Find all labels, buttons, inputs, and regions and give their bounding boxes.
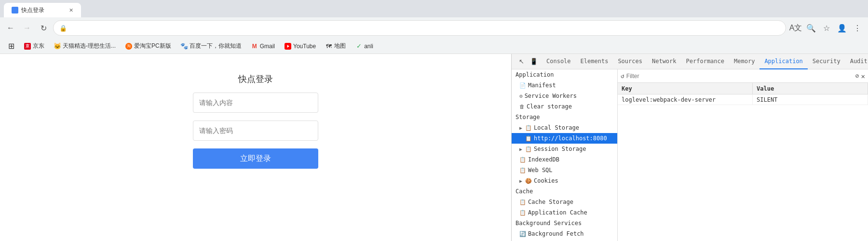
column-value: Value [753, 83, 868, 94]
address-bar: ← → ↻ 🔒 localhost:8080/login A文 🔍 ☆ 👤 ⋮ [0, 17, 868, 39]
translate-button[interactable]: A文 [789, 21, 802, 35]
data-cell-key: loglevel:webpack-dev-server [618, 94, 753, 105]
data-row[interactable]: loglevel:webpack-dev-server SILENT [618, 94, 868, 105]
tab-bar: 快点登录 ✕ [0, 0, 868, 17]
bookmark-button[interactable]: ☆ [820, 21, 833, 35]
session-storage-expand-icon: ▶ [519, 147, 522, 152]
tree-item-websql[interactable]: 📋 Web SQL [512, 165, 617, 175]
tree-item-clear-storage[interactable]: 🗑 Clear storage [512, 101, 617, 112]
tab-application[interactable]: Application [760, 54, 807, 69]
devtools-panel: ↖ 📱 Console Elements Sources Network [511, 54, 868, 241]
tree-item-service-workers[interactable]: ⚙ Service Workers [512, 91, 617, 101]
tree-item-cache-storage[interactable]: 📋 Cache Storage [512, 197, 617, 207]
tree-item-indexeddb[interactable]: 📋 IndexedDB [512, 154, 617, 165]
password-input[interactable] [193, 120, 318, 141]
translate-icon: A文 [789, 23, 802, 33]
content-area: 快点登录 立即登录 ↖ 📱 Console [0, 54, 868, 241]
section-background-services: Background Services [512, 218, 617, 228]
bookmark-baidu[interactable]: 🐾 百度一下，你就知道 [177, 41, 245, 51]
back-button[interactable]: ← [4, 21, 17, 35]
toolbar-icons: A文 🔍 ☆ 👤 ⋮ [789, 21, 864, 35]
bookmark-maps-label: 地图 [334, 42, 346, 50]
data-table: Key Value loglevel:webpack-dev-server SI… [618, 83, 868, 241]
websql-icon: 📋 [519, 167, 526, 174]
section-cache: Cache [512, 186, 617, 197]
tab-memory[interactable]: Memory [729, 54, 760, 69]
filter-close-icon[interactable]: ✕ [861, 72, 865, 80]
login-title: 快点登录 [238, 73, 273, 85]
tree-item-local-storage[interactable]: ▶ 📋 Local Storage [512, 122, 617, 133]
device-tool-button[interactable]: 📱 [528, 56, 540, 67]
tab-console[interactable]: Console [542, 54, 576, 69]
tab-close-icon[interactable]: ✕ [69, 7, 73, 13]
tree-item-localhost[interactable]: 📋 http://localhost:8080 [512, 133, 617, 144]
bookmark-taobao-label: 爱淘宝PC新版 [134, 42, 171, 50]
filter-bar: ↺ ⊘ ✕ [618, 69, 868, 83]
url-bar[interactable]: 🔒 localhost:8080/login [53, 20, 786, 36]
bookmark-youtube[interactable]: YouTube [281, 42, 320, 51]
browser-tab[interactable]: 快点登录 ✕ [4, 3, 81, 17]
indexeddb-icon: 📋 [519, 157, 526, 163]
taobao-icon: 淘 [125, 43, 132, 50]
data-cell-value: SILENT [753, 94, 868, 105]
bookmark-youtube-label: YouTube [293, 43, 316, 50]
filter-clear-icon[interactable]: ⊘ [855, 72, 859, 80]
tree-item-application-cache[interactable]: 📋 Application Cache [512, 207, 617, 218]
bookmark-jingdong[interactable]: 京 京东 [20, 41, 48, 51]
bookmark-anli[interactable]: ✓ anli [352, 42, 377, 51]
profile-icon: 👤 [837, 24, 847, 33]
url-input[interactable]: localhost:8080/login [70, 24, 780, 32]
bookmark-gmail[interactable]: M Gmail [247, 42, 279, 51]
cursor-tool-button[interactable]: ↖ [515, 56, 527, 67]
clear-storage-icon: 🗑 [519, 104, 525, 110]
bookmark-tianmao[interactable]: 🐱 天猫精选-理想生活... [50, 41, 120, 51]
bookmark-gmail-label: Gmail [260, 43, 275, 50]
manifest-icon: 📄 [519, 82, 526, 89]
username-input[interactable] [193, 93, 318, 113]
tab-performance[interactable]: Performance [681, 54, 729, 69]
bookmark-anli-label: anli [364, 43, 373, 50]
device-icon: 📱 [530, 58, 538, 65]
section-application: Application [512, 69, 617, 80]
menu-icon: ⋮ [854, 24, 861, 33]
devtools-action-icons: ↖ 📱 [514, 56, 542, 67]
tree-item-background-fetch[interactable]: 🔄 Background Fetch [512, 228, 617, 239]
tree-item-session-storage[interactable]: ▶ 📋 Session Storage [512, 144, 617, 154]
bookmark-maps[interactable]: 🗺 地图 [322, 41, 350, 51]
tree-item-manifest[interactable]: 📄 Manifest [512, 80, 617, 91]
bookmark-apps[interactable]: ⊞ [4, 42, 18, 51]
zoom-icon: 🔍 [806, 24, 816, 33]
devtools-main-area: ↺ ⊘ ✕ Key Value [618, 69, 868, 241]
background-fetch-icon: 🔄 [519, 231, 526, 237]
tab-audits[interactable]: Audits [845, 54, 868, 69]
tab-security[interactable]: Security [808, 54, 845, 69]
baidu-icon: 🐾 [181, 43, 188, 50]
column-key: Key [618, 83, 753, 94]
tree-item-cookies[interactable]: ▶ 🍪 Cookies [512, 175, 617, 186]
forward-button[interactable]: → [20, 21, 34, 35]
tab-favicon [12, 7, 18, 13]
application-cache-icon: 📋 [519, 210, 526, 216]
local-storage-expand-icon: ▶ [519, 125, 522, 131]
profile-button[interactable]: 👤 [835, 21, 849, 35]
login-submit-button[interactable]: 立即登录 [193, 148, 318, 169]
lock-icon: 🔒 [59, 25, 67, 32]
maps-icon: 🗺 [326, 43, 332, 50]
tab-network[interactable]: Network [647, 54, 681, 69]
reload-button[interactable]: ↻ [37, 21, 50, 35]
cursor-icon: ↖ [519, 58, 524, 65]
filter-refresh-icon[interactable]: ↺ [621, 72, 624, 80]
menu-button[interactable]: ⋮ [851, 21, 864, 35]
tab-sources[interactable]: Sources [613, 54, 647, 69]
zoom-button[interactable]: 🔍 [804, 21, 818, 35]
devtools-tabs-bar: ↖ 📱 Console Elements Sources Network [512, 54, 868, 69]
bookmark-baidu-label: 百度一下，你就知道 [190, 42, 242, 50]
tab-title: 快点登录 [21, 6, 66, 14]
tab-elements[interactable]: Elements [576, 54, 613, 69]
bookmark-tianmao-label: 天猫精选-理想生活... [63, 42, 116, 50]
page-content: 快点登录 立即登录 [0, 54, 511, 241]
data-table-header: Key Value [618, 83, 868, 94]
bookmark-taobao[interactable]: 淘 爱淘宝PC新版 [122, 41, 175, 51]
cookies-icon: 🍪 [525, 178, 532, 184]
filter-input[interactable] [626, 73, 854, 80]
